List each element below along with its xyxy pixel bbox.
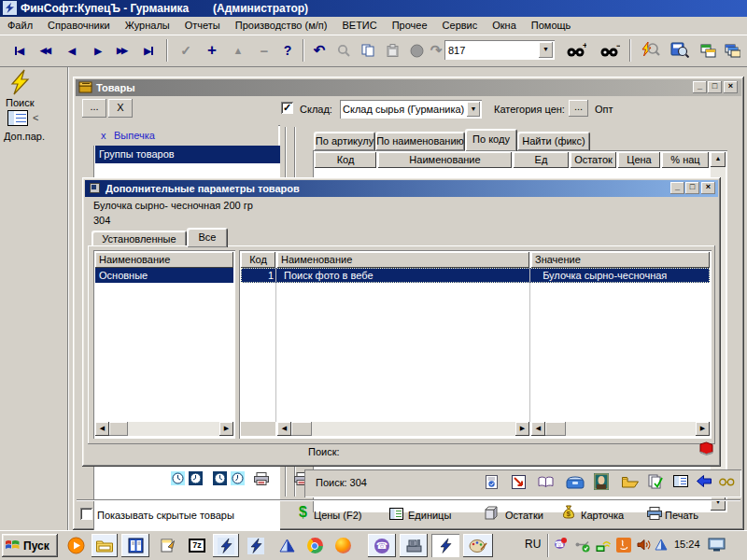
kupets-app-icon[interactable]: [213, 534, 239, 557]
help-record-button[interactable]: ?: [276, 39, 299, 62]
menu-other[interactable]: Прочее: [385, 17, 435, 35]
menu-windows[interactable]: Окна: [485, 17, 524, 35]
find-plus-icon[interactable]: +: [562, 39, 590, 62]
nav-prev-page-button[interactable]: ◀◀: [34, 39, 58, 62]
prices-button[interactable]: Цены (F2): [314, 510, 361, 521]
refresh-button[interactable]: ↶: [308, 39, 331, 62]
params-hscrollbar-1[interactable]: ◀ ▶: [277, 422, 529, 436]
tray-viber-icon[interactable]: ☎: [555, 538, 565, 551]
paste-icon[interactable]: [381, 39, 403, 62]
menu-file[interactable]: Файл: [0, 17, 40, 35]
menu-reports[interactable]: Отчеты: [177, 17, 228, 35]
record-dropdown-button[interactable]: ▼: [539, 42, 553, 58]
confirm-button[interactable]: ✓: [174, 39, 198, 62]
folder-icon[interactable]: [92, 534, 118, 557]
scroll-right-button[interactable]: ▶: [696, 422, 710, 436]
card-view-icon[interactable]: [673, 475, 688, 489]
menu-directories[interactable]: Справочники: [40, 17, 118, 35]
open-folder-icon[interactable]: [622, 476, 639, 490]
scroll-thumb[interactable]: [291, 422, 312, 436]
clock-icon[interactable]: [231, 471, 245, 487]
copy-icon[interactable]: [357, 39, 379, 62]
goods-close-button[interactable]: ×: [724, 81, 738, 93]
photo-portrait-icon[interactable]: [594, 473, 609, 492]
scroll-thumb[interactable]: [109, 422, 128, 436]
chrome-icon[interactable]: [303, 534, 327, 557]
triangle-app-icon[interactable]: [275, 534, 299, 557]
show-hidden-checkbox[interactable]: [80, 508, 92, 520]
goods-window-titlebar[interactable]: Товары _ □ ×: [76, 79, 741, 96]
notepad-icon[interactable]: [155, 534, 179, 557]
record-number-combobox[interactable]: 817 ▼: [444, 40, 555, 60]
tray-triangle-icon[interactable]: [655, 539, 668, 553]
print-button[interactable]: Печать: [665, 510, 698, 521]
cascade-windows-icon[interactable]: [721, 39, 743, 62]
find-minus-icon[interactable]: −: [596, 39, 624, 62]
kupets-app-icon-active[interactable]: [431, 534, 459, 557]
card-file-icon[interactable]: [566, 474, 585, 491]
menu-journals[interactable]: Журналы: [118, 17, 177, 35]
table-view-icon[interactable]: [7, 110, 28, 128]
params-dialog-titlebar[interactable]: Дополнительные параметры товаров _ □ ×: [85, 180, 718, 197]
add-record-button[interactable]: +: [200, 39, 224, 62]
warehouse-checkbox[interactable]: ✓: [281, 102, 293, 114]
clock[interactable]: 15:24: [674, 539, 700, 550]
dialog-minimize-button[interactable]: _: [670, 182, 684, 194]
start-button[interactable]: Пуск: [2, 534, 58, 557]
quick-search-icon[interactable]: [637, 38, 663, 61]
tab-by-code[interactable]: По коду: [465, 129, 517, 151]
tray-display-icon[interactable]: [708, 538, 726, 554]
goods-browse-button[interactable]: ...: [82, 99, 106, 118]
tree-filter-x[interactable]: x: [101, 130, 106, 141]
warehouse-combobox[interactable]: Склад сырья (Гурманика) ▼: [340, 100, 482, 119]
back-arrow-icon[interactable]: [697, 475, 712, 489]
param-col-code[interactable]: Код: [241, 252, 275, 268]
tab-by-name[interactable]: По наименованию: [375, 132, 465, 150]
stock-button[interactable]: Остатки: [505, 510, 543, 521]
documents-check-icon[interactable]: [648, 474, 663, 491]
search-key-icon[interactable]: [332, 39, 355, 62]
lightning-icon[interactable]: [9, 69, 30, 97]
nav-last-button[interactable]: ▶: [136, 39, 161, 62]
server-icon[interactable]: [121, 534, 149, 557]
firefox-icon[interactable]: [331, 534, 355, 557]
export-box-icon[interactable]: [512, 475, 526, 491]
nav-prev-button[interactable]: ◀: [60, 39, 84, 62]
scroll-down-button[interactable]: ▼: [711, 496, 726, 511]
param-col-name[interactable]: Наименование: [277, 252, 529, 268]
language-indicator[interactable]: RU: [525, 538, 541, 551]
clock-icon[interactable]: [171, 471, 185, 487]
scroll-right-button[interactable]: ▶: [515, 422, 529, 436]
tab-all[interactable]: Все: [187, 228, 228, 247]
viber-icon[interactable]: ☎: [368, 534, 396, 557]
seven-zip-icon[interactable]: 7z: [185, 534, 209, 557]
cash-register-icon[interactable]: [400, 534, 428, 557]
tray-volume-icon[interactable]: [637, 539, 652, 553]
clock-icon[interactable]: [189, 471, 203, 487]
nav-next-button[interactable]: ▶: [86, 39, 110, 62]
column-header-unit[interactable]: Ед: [514, 152, 569, 168]
menu-help[interactable]: Помощь: [524, 17, 579, 35]
new-window-icon[interactable]: [697, 39, 719, 62]
scroll-left-button[interactable]: ◀: [531, 422, 545, 436]
param-row-selected[interactable]: 1 Поиск фото в вебе Булочка сырно-чесноч…: [241, 268, 710, 283]
app-titlebar[interactable]: ФинСофт:КупецЪ - Гурманика (Администрато…: [0, 0, 747, 17]
tray-java-icon[interactable]: [616, 538, 631, 554]
stop-icon[interactable]: [405, 39, 428, 62]
glasses-icon[interactable]: [719, 477, 735, 488]
clock-icon[interactable]: [213, 471, 227, 487]
scroll-left-button[interactable]: ◀: [277, 422, 291, 436]
tab-by-article[interactable]: По артикулу: [314, 132, 375, 150]
goods-clear-button[interactable]: X: [108, 99, 133, 118]
document-properties-icon[interactable]: [486, 475, 498, 491]
dialog-close-button[interactable]: ×: [701, 182, 715, 194]
open-book-icon[interactable]: [538, 476, 554, 490]
redo-button[interactable]: ↷: [426, 39, 446, 62]
column-header-name[interactable]: Наименование: [378, 152, 512, 168]
column-header-stock[interactable]: Остаток: [571, 152, 616, 168]
palette-icon[interactable]: [463, 534, 493, 557]
nav-first-button[interactable]: ◀: [7, 39, 32, 62]
scroll-left-button[interactable]: ◀: [95, 422, 109, 436]
tray-network-icon[interactable]: [596, 538, 612, 554]
tree-header-row[interactable]: Группы товаров: [95, 146, 280, 163]
